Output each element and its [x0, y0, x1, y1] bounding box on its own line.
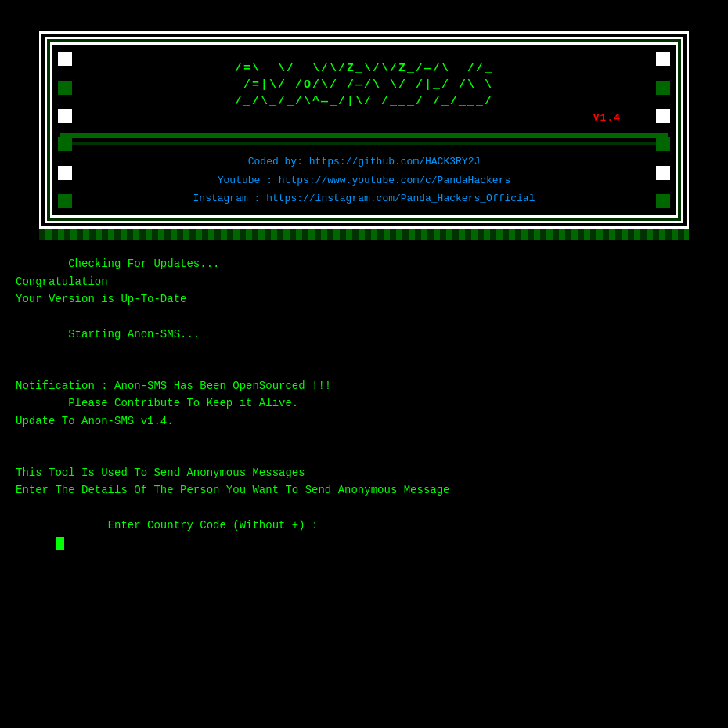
output-spacer4	[16, 430, 712, 447]
right-decorations	[651, 45, 676, 215]
left-decorations	[52, 45, 77, 215]
instagram-line: Instagram : https://instagram.com/Panda_…	[60, 189, 668, 207]
sq-r1	[656, 52, 670, 66]
output-line3: Your Version is Up-To-Date	[16, 290, 712, 308]
sq-r4	[656, 137, 670, 151]
coded-by-url: https://github.com/HACK3RY2J	[309, 156, 480, 168]
output-line5: Starting Anon-SMS...	[16, 326, 712, 343]
output-spacer5	[16, 447, 712, 464]
output-spacer2	[16, 343, 712, 360]
sq-r5	[656, 166, 670, 180]
output-line1: Checking For Updates...	[16, 255, 712, 272]
sq-r6	[656, 194, 670, 208]
output-line8: Notification : Anon-SMS Has Been OpenSou…	[16, 377, 712, 395]
ascii-line2: /=|\/ /O/\/ /—/\ \/ /|_/ /\ \	[60, 77, 668, 93]
banner-inner: /=\ \/ \/\/Z_\/\/Z_/—/\ //_ /=|\/ /O/\/ …	[50, 42, 678, 218]
sq2	[58, 81, 72, 95]
coded-by-line: Coded by: https://github.com/HACK3RY2J	[60, 153, 668, 171]
youtube-url: https://www.youtube.com/c/PandaHackers	[279, 175, 510, 186]
output-line10: Update To Anon-SMS v1.4.	[16, 413, 712, 430]
youtube-label: Youtube :	[218, 175, 272, 186]
instagram-url: https://instagram.com/Panda_Hackers_Offi…	[266, 193, 535, 204]
output-line9: Please Contribute To Keep it Alive.	[16, 395, 712, 412]
sq3	[58, 109, 72, 123]
ascii-art: /=\ \/ \/\/Z_\/\/Z_/—/\ //_ /=|\/ /O/\/ …	[60, 52, 668, 128]
output-spacer3	[16, 360, 712, 377]
youtube-line: Youtube : https://www.youtube.com/c/Pand…	[60, 171, 668, 189]
banner-info: Coded by: https://github.com/HACK3RY2J Y…	[60, 150, 668, 211]
terminal-window: /=\ \/ \/\/Z_\/\/Z_/—/\ //_ /=|\/ /O/\/ …	[0, 31, 728, 728]
version-tag: V1.4	[593, 112, 621, 124]
banner-wrapper: /=\ \/ \/\/Z_\/\/Z_/—/\ //_ /=|\/ /O/\/ …	[39, 31, 689, 229]
output-line13: This Tool Is Used To Send Anonymous Mess…	[16, 464, 712, 481]
banner-divider2	[60, 142, 668, 145]
sq-r2	[656, 81, 670, 95]
terminal-cursor	[56, 537, 64, 550]
bottom-decoration	[39, 229, 689, 240]
ascii-line1: /=\ \/ \/\/Z_\/\/Z_/—/\ //_	[60, 60, 668, 77]
sq5	[58, 166, 72, 180]
output-line15: Enter Country Code (Without +) :	[16, 499, 712, 570]
ascii-line3: /_/\_/_/\^—_/|\/ /___/ /_/___/	[60, 93, 668, 110]
coded-by-label: Coded by:	[248, 156, 303, 168]
sq6	[58, 194, 72, 208]
sq4	[58, 137, 72, 151]
sq-r3	[656, 109, 670, 123]
output-line14: Enter The Details Of The Person You Want…	[16, 481, 712, 499]
output-spacer1	[16, 308, 712, 326]
banner-outer: /=\ \/ \/\/Z_\/\/Z_/—/\ //_ /=|\/ /O/\/ …	[45, 37, 683, 223]
sq1	[58, 52, 72, 66]
terminal-output: Checking For Updates... Congratulation Y…	[0, 240, 728, 569]
output-line2: Congratulation	[16, 273, 712, 290]
banner-divider	[60, 133, 668, 138]
instagram-label: Instagram :	[193, 193, 261, 204]
